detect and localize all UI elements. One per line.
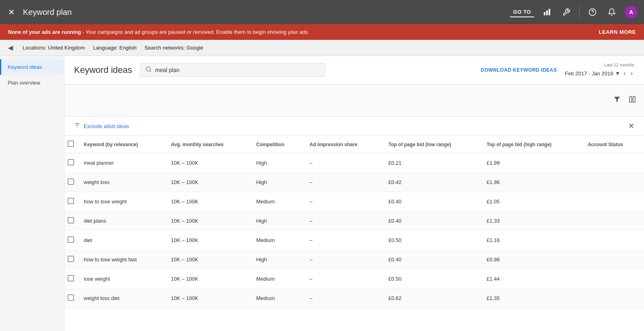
ad-share-cell: – [303,192,382,211]
date-range-label: Last 12 months [604,62,634,67]
svg-marker-7 [614,97,620,102]
exclude-left: Exclude adult ideas [74,122,129,130]
keyword-cell: how to lose weight fast [77,250,165,269]
wrench-icon[interactable] [560,6,573,19]
ad-share-cell: – [303,289,382,308]
avatar[interactable]: A [625,6,638,19]
monthly-searches-column-header[interactable]: Avg. monthly searches [165,136,250,153]
filters-toggle-button[interactable]: ◀ [8,44,13,52]
bid-high-cell: £1.05 [480,192,581,211]
keyword-column-header[interactable]: Keyword (by relevance) [77,136,165,153]
date-next-button[interactable]: › [629,69,634,78]
svg-rect-0 [544,12,545,15]
date-prev-button[interactable]: ‹ [622,69,627,78]
row-checkbox-cell [64,289,77,308]
monthly-searches-cell: 10K – 100K [165,269,250,289]
ad-share-cell: – [303,153,382,173]
filter-icon[interactable] [612,94,622,107]
keyword-cell: weight loss [77,173,165,192]
competition-cell: High [250,173,303,192]
sidebar-item-plan-overview[interactable]: Plan overview [0,75,64,91]
bid-low-column-header[interactable]: Top of page bid (low range) [382,136,480,153]
filters-bar: ◀ Locations: United Kingdom Language: En… [0,40,644,56]
status-cell [581,153,644,173]
table-row: meal planner 10K – 100K High – £0.21 £1.… [64,153,644,173]
bid-high-cell: £1.99 [480,153,581,173]
row-checkbox[interactable] [68,178,74,185]
monthly-searches-cell: 10K – 100K [165,192,250,211]
bid-high-cell: £1.44 [480,269,581,289]
monthly-searches-cell: 10K – 100K [165,173,250,192]
alert-bold-text: None of your ads are running [8,29,81,35]
row-checkbox[interactable] [68,198,74,204]
table-row: diet 10K – 100K Medium – £0.50 £1.16 [64,231,644,250]
ad-share-cell: – [303,173,382,192]
download-keyword-ideas-button[interactable]: DOWNLOAD KEYWORD IDEAS [481,67,557,73]
bid-low-cell: £0.42 [382,173,480,192]
bid-high-column-header[interactable]: Top of page bid (high range) [480,136,581,153]
main-layout: Keyword ideas Plan overview Keyword idea… [0,56,644,331]
bid-high-cell: £0.98 [480,250,581,269]
keyword-cell: diet plans [77,211,165,231]
content-title: Keyword ideas [74,65,132,75]
close-button[interactable]: ✕ [6,6,17,19]
competition-column-header[interactable]: Competition [250,136,303,153]
sidebar-item-keyword-ideas[interactable]: Keyword ideas [0,59,64,75]
table-row: lose weight 10K – 100K Medium – £0.50 £1… [64,269,644,289]
status-cell [581,192,644,211]
columns-icon[interactable] [627,94,638,107]
goto-button[interactable]: GO TO [510,7,534,17]
bid-low-cell: £0.40 [382,192,480,211]
row-checkbox-cell [64,250,77,269]
bid-high-cell: £1.96 [480,173,581,192]
help-icon[interactable] [586,6,599,19]
row-checkbox[interactable] [68,159,74,166]
learn-more-button[interactable]: LEARN MORE [599,29,636,35]
row-checkbox-cell [64,192,77,211]
monthly-searches-cell: 10K – 100K [165,289,250,308]
select-all-checkbox[interactable] [68,141,74,147]
svg-rect-2 [549,9,550,15]
status-cell [581,173,644,192]
status-cell [581,231,644,250]
row-checkbox[interactable] [68,236,74,243]
notification-bell-icon[interactable] [605,6,618,19]
status-cell [581,211,644,231]
divider [579,6,580,19]
row-checkbox[interactable] [68,256,74,262]
page-title: Keyword plan [23,8,504,17]
row-checkbox[interactable] [68,294,74,301]
exclude-adult-ideas-button[interactable]: Exclude adult ideas [84,123,129,129]
date-dropdown-button[interactable]: ▼ [615,70,620,77]
svg-rect-9 [633,97,635,102]
content-area: Keyword ideas DOWNLOAD KEYWORD IDEAS Las… [64,56,644,331]
row-checkbox[interactable] [68,217,74,223]
svg-rect-8 [630,97,632,102]
competition-cell: High [250,250,303,269]
keyword-cell: lose weight [77,269,165,289]
keyword-search-input[interactable] [155,67,320,73]
competition-cell: Medium [250,231,303,250]
bid-high-cell: £1.16 [480,231,581,250]
account-status-column-header[interactable]: Account Status [581,136,644,153]
table-row: how to lose weight 10K – 100K Medium – £… [64,192,644,211]
keyword-cell: weight loss diet [77,289,165,308]
keyword-cell: how to lose weight [77,192,165,211]
bid-low-cell: £0.62 [382,289,480,308]
locations-filter: Locations: United Kingdom [23,45,85,51]
bid-high-cell: £1.35 [480,289,581,308]
language-filter: Language: English [93,45,136,51]
content-header: Keyword ideas DOWNLOAD KEYWORD IDEAS Las… [64,56,644,85]
ad-share-cell: – [303,231,382,250]
exclude-close-button[interactable]: ✕ [628,122,634,130]
bar-chart-icon[interactable] [541,6,553,19]
competition-cell: High [250,153,303,173]
row-checkbox[interactable] [68,275,74,281]
competition-cell: Medium [250,289,303,308]
bid-low-cell: £0.50 [382,231,480,250]
row-checkbox-cell [64,231,77,250]
chart-area [64,85,644,117]
row-checkbox-cell [64,153,77,173]
ad-impression-column-header[interactable]: Ad impression share [303,136,382,153]
table-row: weight loss 10K – 100K High – £0.42 £1.9… [64,173,644,192]
